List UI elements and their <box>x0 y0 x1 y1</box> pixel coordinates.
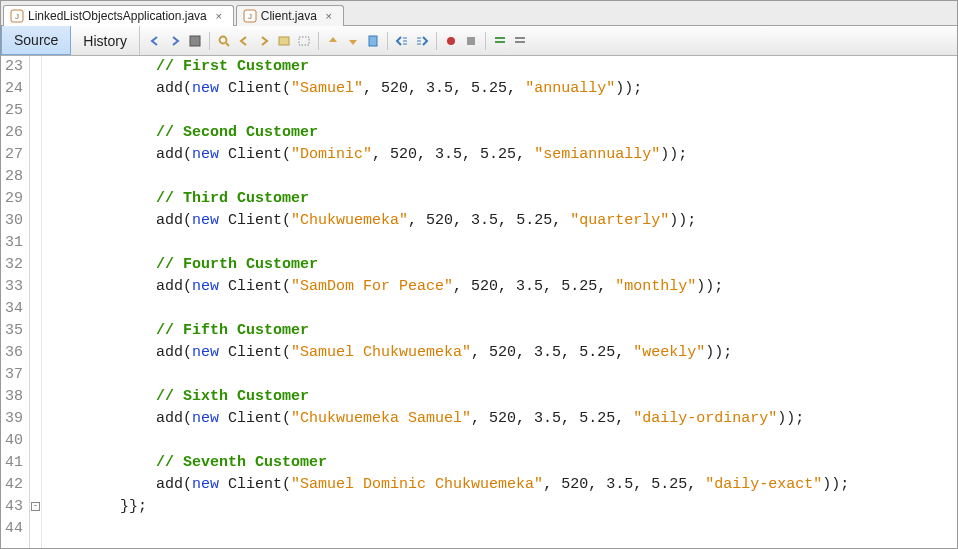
find-icon[interactable] <box>215 32 233 50</box>
back-icon[interactable] <box>146 32 164 50</box>
line-number: 44 <box>5 518 23 540</box>
svg-rect-17 <box>467 37 475 45</box>
toolbar-buttons <box>140 32 535 50</box>
comment-icon[interactable] <box>491 32 509 50</box>
file-tab-label: Client.java <box>261 9 317 23</box>
stop-macro-icon[interactable] <box>462 32 480 50</box>
java-file-icon: J <box>10 9 24 23</box>
find-prev-icon[interactable] <box>235 32 253 50</box>
line-number: 39 <box>5 408 23 430</box>
tab-source[interactable]: Source <box>1 26 71 55</box>
svg-rect-4 <box>190 36 200 46</box>
code-line: // First Customer <box>48 56 957 78</box>
line-number: 38 <box>5 386 23 408</box>
close-icon[interactable]: × <box>213 10 225 22</box>
svg-line-6 <box>226 43 229 46</box>
code-line: add(new Client("Chukwuemeka", 520, 3.5, … <box>48 210 957 232</box>
code-line: // Third Customer <box>48 188 957 210</box>
line-number: 23 <box>5 56 23 78</box>
code-line: // Fifth Customer <box>48 320 957 342</box>
line-number: 37 <box>5 364 23 386</box>
close-icon[interactable]: × <box>323 10 335 22</box>
line-number: 40 <box>5 430 23 452</box>
code-line: add(new Client("Samuel Dominic Chukwueme… <box>48 474 957 496</box>
code-line <box>48 518 957 540</box>
line-number: 30 <box>5 210 23 232</box>
separator <box>209 32 210 50</box>
fold-handle-icon[interactable]: - <box>31 502 40 511</box>
svg-rect-9 <box>369 36 377 46</box>
line-number: 42 <box>5 474 23 496</box>
code-line <box>48 100 957 122</box>
line-number: 28 <box>5 166 23 188</box>
code-line: add(new Client("Samuel", 520, 3.5, 5.25,… <box>48 78 957 100</box>
indent-right-icon[interactable] <box>413 32 431 50</box>
uncomment-icon[interactable] <box>511 32 529 50</box>
code-line: add(new Client("SamDom For Peace", 520, … <box>48 276 957 298</box>
line-number: 31 <box>5 232 23 254</box>
line-number: 36 <box>5 342 23 364</box>
code-line <box>48 166 957 188</box>
line-number-gutter: 2324252627282930313233343536373839404142… <box>1 56 30 549</box>
java-file-icon: J <box>243 9 257 23</box>
line-number: 25 <box>5 100 23 122</box>
code-line: // Second Customer <box>48 122 957 144</box>
file-tab-label: LinkedListObjectsApplication.java <box>28 9 207 23</box>
svg-text:J: J <box>15 12 19 21</box>
fold-margin: - <box>30 56 42 549</box>
separator <box>387 32 388 50</box>
separator <box>485 32 486 50</box>
file-tab-active[interactable]: J LinkedListObjectsApplication.java × <box>3 5 234 26</box>
svg-rect-8 <box>299 37 309 45</box>
line-number: 26 <box>5 122 23 144</box>
svg-text:J: J <box>248 12 252 21</box>
code-line <box>48 298 957 320</box>
line-number: 41 <box>5 452 23 474</box>
find-next-icon[interactable] <box>255 32 273 50</box>
svg-point-5 <box>219 36 226 43</box>
editor-toolbar: Source History <box>1 26 957 56</box>
svg-point-16 <box>447 37 455 45</box>
bookmark-icon[interactable] <box>364 32 382 50</box>
line-number: 29 <box>5 188 23 210</box>
forward-icon[interactable] <box>166 32 184 50</box>
line-number: 27 <box>5 144 23 166</box>
record-macro-icon[interactable] <box>442 32 460 50</box>
code-line: add(new Client("Dominic", 520, 3.5, 5.25… <box>48 144 957 166</box>
line-number: 34 <box>5 298 23 320</box>
separator <box>436 32 437 50</box>
code-line: }}; <box>48 496 957 518</box>
save-icon[interactable] <box>186 32 204 50</box>
tab-history[interactable]: History <box>71 26 140 55</box>
line-number: 35 <box>5 320 23 342</box>
line-number: 24 <box>5 78 23 100</box>
highlight-icon[interactable] <box>275 32 293 50</box>
code-line <box>48 232 957 254</box>
shift-down-icon[interactable] <box>344 32 362 50</box>
code-area[interactable]: // First Customer add(new Client("Samuel… <box>42 56 957 549</box>
indent-left-icon[interactable] <box>393 32 411 50</box>
file-tab[interactable]: J Client.java × <box>236 5 344 26</box>
code-line: // Seventh Customer <box>48 452 957 474</box>
line-number: 43 <box>5 496 23 518</box>
code-line <box>48 364 957 386</box>
line-number: 32 <box>5 254 23 276</box>
separator <box>318 32 319 50</box>
code-editor[interactable]: 2324252627282930313233343536373839404142… <box>1 56 957 549</box>
code-line: add(new Client("Samuel Chukwuemeka", 520… <box>48 342 957 364</box>
file-tab-bar: J LinkedListObjectsApplication.java × J … <box>1 1 957 26</box>
svg-rect-7 <box>279 37 289 45</box>
shift-up-icon[interactable] <box>324 32 342 50</box>
code-line: // Sixth Customer <box>48 386 957 408</box>
code-line: add(new Client("Chukwuemeka Samuel", 520… <box>48 408 957 430</box>
selection-icon[interactable] <box>295 32 313 50</box>
code-line: // Fourth Customer <box>48 254 957 276</box>
line-number: 33 <box>5 276 23 298</box>
code-line <box>48 430 957 452</box>
